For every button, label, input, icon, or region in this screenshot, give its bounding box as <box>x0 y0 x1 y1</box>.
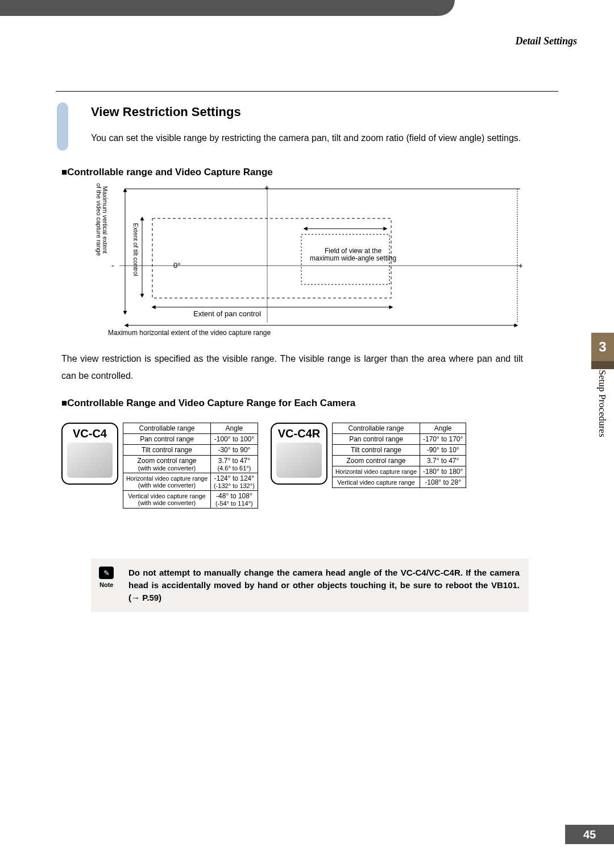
table-row: Pan control range -100° to 100° <box>123 434 258 445</box>
note-icon: ✎ <box>99 567 114 579</box>
cell-label: Zoom control range(with wide converter) <box>123 456 211 473</box>
vc-c4-block: VC-C4 Controllable range Angle Pan contr… <box>61 423 258 509</box>
section-marker-pill <box>57 102 68 151</box>
cell-label: Vertical video capture range(with wide c… <box>123 491 211 509</box>
vc-c4r-model-box: VC-C4R <box>271 423 327 485</box>
cell-label: Pan control range <box>123 434 211 445</box>
col-header: Angle <box>420 423 466 434</box>
cell-label: Vertical video capture range <box>333 477 420 488</box>
section-title: View Restriction Settings <box>91 105 241 119</box>
table-row: Vertical video capture range(with wide c… <box>123 491 258 509</box>
cell-label: Tilt control range <box>333 445 420 456</box>
cell-angle: -100° to 100° <box>211 434 258 445</box>
cell-angle: 3.7° to 47° <box>420 456 466 466</box>
vert-extent-label: Maximum vertical extentof the video capt… <box>96 183 108 256</box>
cell-angle: -30° to 90° <box>211 445 258 456</box>
cell-angle: -170° to 170° <box>420 434 466 445</box>
page-header-right: Detail Settings <box>515 35 577 47</box>
diagram-zero: 0° <box>173 261 180 270</box>
table-row: Vertical video capture range-108° to 28° <box>333 477 466 488</box>
note-label: Note <box>99 581 113 588</box>
cell-label: Zoom control range <box>333 456 420 466</box>
table-row: Zoom control range(with wide converter) … <box>123 456 258 473</box>
vc-c4-model-box: VC-C4 <box>61 423 118 485</box>
pan-extent-label: Extent of pan control <box>193 309 261 318</box>
diagram-svg <box>91 183 523 334</box>
diagram-plus-top: + <box>264 183 269 192</box>
paragraph-2: The view restriction is specified as the… <box>61 350 523 385</box>
note-box: ✎ Note Do not attempt to manually change… <box>91 559 529 612</box>
table-row: Pan control range-170° to 170° <box>333 434 466 445</box>
cell-angle: -48° to 108°(-54° to 114°) <box>211 491 258 509</box>
vc-c4r-spec-table: Controllable range Angle Pan control ran… <box>332 423 466 488</box>
table-row: Horizontal video capture range(with wide… <box>123 473 258 491</box>
diagram-plus-right: + <box>518 261 523 270</box>
chapter-tab-shadow <box>591 361 614 369</box>
cell-label: Pan control range <box>333 434 420 445</box>
note-text: Do not attempt to manually change the ca… <box>128 567 520 604</box>
subheading-1: ■Controllable range and Video Capture Ra… <box>61 167 273 178</box>
col-header: Controllable range <box>333 423 420 434</box>
horiz-caption: Maximum horizontal extent of the video c… <box>108 329 271 337</box>
vc-c4-camera-icon <box>67 443 113 478</box>
table-row: Zoom control range3.7° to 47° <box>333 456 466 466</box>
table-row: Horizontal video capture range-180° to 1… <box>333 466 466 477</box>
cell-label: Tilt control range <box>123 445 211 456</box>
table-header-row: Controllable range Angle <box>123 423 258 434</box>
cell-angle: -90° to 10° <box>420 445 466 456</box>
intro-paragraph: You can set the visible range by restric… <box>91 130 523 147</box>
diagram-minus-left: - <box>111 261 114 270</box>
cell-label: Horizontal video capture range(with wide… <box>123 473 211 491</box>
col-header: Controllable range <box>123 423 211 434</box>
col-header: Angle <box>211 423 258 434</box>
horizontal-rule <box>56 91 558 92</box>
range-diagram: + + 0° - Extent of pan control Maximum h… <box>91 183 523 334</box>
cell-angle: -108° to 28° <box>420 477 466 488</box>
cell-angle: -124° to 124°(-132° to 132°) <box>211 473 258 491</box>
page-number: 45 <box>565 825 614 844</box>
chapter-tab: 3 <box>591 333 614 361</box>
cell-angle: -180° to 180° <box>420 466 466 477</box>
vc-c4r-camera-icon <box>276 443 322 478</box>
table-row: Tilt control range-90° to 10° <box>333 445 466 456</box>
fov-label: Field of view at themaximum wide-angle s… <box>310 247 396 262</box>
cell-angle: 3.7° to 47°(4.6° to 61°) <box>211 456 258 473</box>
table-header-row: Controllable range Angle <box>333 423 466 434</box>
tilt-extent-label: Extent of tilt control <box>132 223 139 276</box>
subheading-2: ■Controllable Range and Video Capture Ra… <box>61 398 355 409</box>
chapter-side-label: Setup Procedures <box>596 370 608 437</box>
cell-label: Horizontal video capture range <box>333 466 420 477</box>
vc-c4-title: VC-C4 <box>67 427 113 440</box>
vc-c4-spec-table: Controllable range Angle Pan control ran… <box>123 423 258 509</box>
top-tab-decor <box>0 0 455 16</box>
vc-c4r-title: VC-C4R <box>276 427 322 440</box>
vc-c4r-block: VC-C4R Controllable range Angle Pan cont… <box>271 423 466 488</box>
table-row: Tilt control range -30° to 90° <box>123 445 258 456</box>
